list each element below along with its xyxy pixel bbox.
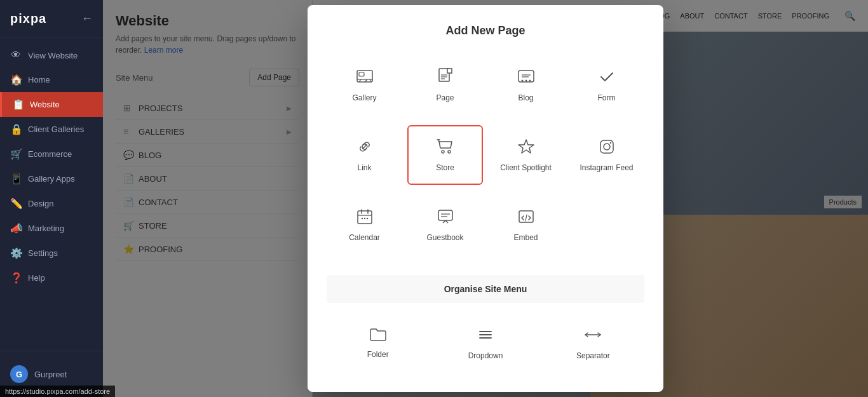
lock-icon: 🔒 [10, 123, 22, 135]
modal-item-separator[interactable]: Separator [542, 313, 644, 373]
form-label: Form [598, 93, 616, 102]
website-panel: Website Add pages to your site menu. Dra… [103, 0, 868, 397]
modal-item-blog[interactable]: Blog [488, 55, 564, 115]
guestbook-label: Guestbook [426, 233, 463, 242]
star-icon [517, 138, 535, 158]
instagram-icon [598, 138, 616, 158]
folder-label: Folder [367, 350, 389, 359]
sidebar-item-gallery-apps[interactable]: 📱 Gallery Apps [0, 166, 103, 191]
home-icon: 🏠 [10, 74, 22, 86]
pencil-icon: ✏️ [10, 198, 22, 210]
page-label: Page [436, 93, 454, 102]
svg-point-12 [521, 80, 523, 82]
svg-point-18 [448, 151, 451, 153]
svg-line-37 [526, 215, 527, 221]
sidebar-item-website[interactable]: 📋 Website [0, 92, 103, 117]
svg-point-23 [604, 144, 610, 150]
modal-item-store[interactable]: Store [407, 125, 483, 185]
sidebar-item-ecommerce[interactable]: 🛒 Ecommerce [0, 142, 103, 166]
svg-rect-7 [447, 69, 452, 73]
page-icon [438, 68, 453, 88]
main-content: Website Add pages to your site menu. Dra… [103, 0, 868, 397]
sidebar-item-home[interactable]: 🏠 Home [0, 67, 103, 92]
cart-icon: 🛒 [10, 148, 22, 160]
blog-icon [517, 68, 535, 88]
gear-icon: ⚙️ [10, 247, 22, 259]
sidebar-logo-area: pixpa ← [0, 0, 103, 38]
back-icon[interactable]: ← [81, 12, 93, 25]
modal-item-embed[interactable]: Embed [488, 195, 564, 255]
sidebar-item-marketing[interactable]: 📣 Marketing [0, 216, 103, 241]
website-icon: 📋 [12, 98, 24, 111]
sidebar-item-client-galleries[interactable]: 🔒 Client Galleries [0, 117, 103, 142]
link-icon [356, 138, 374, 158]
sidebar-item-design[interactable]: ✏️ Design [0, 191, 103, 216]
blog-label: Blog [518, 93, 533, 102]
gallery-icon [356, 68, 374, 88]
client-spotlight-label: Client Spotlight [500, 163, 552, 172]
store-label: Store [436, 163, 454, 172]
svg-point-29 [361, 218, 362, 219]
organise-site-menu-button[interactable]: Organise Site Menu [327, 275, 644, 303]
svg-point-31 [366, 218, 367, 219]
svg-rect-25 [358, 211, 372, 224]
sidebar: pixpa ← 👁 View Website 🏠 Home 📋 Website … [0, 0, 103, 397]
svg-marker-21 [519, 140, 534, 153]
modal-item-folder[interactable]: Folder [327, 313, 429, 373]
gallery-label: Gallery [352, 93, 376, 102]
megaphone-icon: 📣 [10, 222, 22, 234]
instagram-feed-label: Instagram Feed [580, 163, 633, 172]
app-logo: pixpa [10, 11, 46, 26]
user-name: Gurpreet [34, 370, 67, 379]
phone-icon: 📱 [10, 173, 22, 185]
svg-point-13 [525, 80, 527, 82]
modal-item-gallery[interactable]: Gallery [327, 55, 402, 115]
embed-icon [517, 208, 535, 228]
svg-rect-1 [359, 72, 364, 76]
svg-point-24 [609, 142, 611, 144]
sidebar-nav: 👁 View Website 🏠 Home 📋 Website 🔒 Client… [0, 38, 103, 351]
svg-line-20 [438, 140, 439, 142]
modal-bottom-grid: Folder Dropdown [327, 313, 644, 373]
empty-cell [569, 195, 644, 255]
sidebar-item-view-website[interactable]: 👁 View Website [0, 43, 103, 67]
embed-label: Embed [513, 233, 538, 242]
status-bar: https://studio.pixpa.com/add-store [0, 386, 115, 397]
modal-top-grid: Gallery [327, 55, 644, 115]
svg-rect-22 [600, 140, 613, 153]
help-icon: ❓ [10, 272, 22, 284]
user-avatar-area[interactable]: G Gurpreet [0, 359, 103, 389]
modal-title: Add New Page [327, 24, 644, 37]
svg-point-17 [442, 151, 444, 153]
sidebar-item-settings[interactable]: ⚙️ Settings [0, 241, 103, 266]
modal-item-instagram-feed[interactable]: Instagram Feed [569, 125, 644, 185]
modal-second-grid: Link Store [327, 125, 644, 185]
modal-item-link[interactable]: Link [327, 125, 402, 185]
guestbook-icon [437, 208, 454, 228]
calendar-icon [356, 208, 374, 228]
modal-item-page[interactable]: Page [407, 55, 483, 115]
svg-point-30 [363, 218, 365, 219]
dropdown-label: Dropdown [468, 351, 503, 360]
avatar: G [10, 365, 28, 383]
modal-item-calendar[interactable]: Calendar [327, 195, 402, 255]
modal-overlay[interactable]: Add New Page [103, 0, 868, 397]
svg-point-14 [529, 80, 531, 82]
modal-third-grid: Calendar Guestbook [327, 195, 644, 255]
link-label: Link [357, 163, 371, 172]
modal-item-client-spotlight[interactable]: Client Spotlight [488, 125, 564, 185]
folder-icon [369, 326, 387, 345]
separator-icon [584, 326, 602, 346]
store-icon [437, 138, 454, 158]
svg-rect-33 [438, 210, 452, 220]
add-new-page-modal: Add New Page [308, 5, 663, 392]
calendar-label: Calendar [349, 233, 380, 242]
eye-icon: 👁 [10, 50, 22, 61]
modal-item-guestbook[interactable]: Guestbook [407, 195, 483, 255]
form-icon [598, 68, 616, 88]
dropdown-icon [477, 326, 494, 346]
modal-item-form[interactable]: Form [569, 55, 644, 115]
sidebar-item-help[interactable]: ❓ Help [0, 266, 103, 290]
separator-label: Separator [576, 351, 610, 360]
modal-item-dropdown[interactable]: Dropdown [434, 313, 536, 373]
